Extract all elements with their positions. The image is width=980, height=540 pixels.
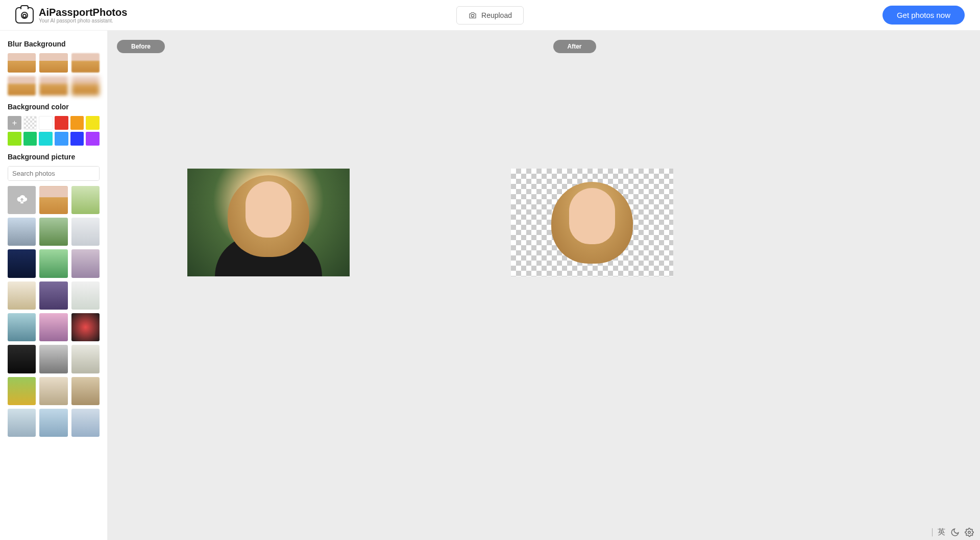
get-photos-button[interactable]: Get photos now bbox=[883, 6, 965, 25]
picture-option[interactable] bbox=[71, 281, 100, 310]
color-swatch-red[interactable] bbox=[55, 116, 68, 130]
logo-area[interactable]: AiPassportPhotos Your AI passport photo … bbox=[15, 7, 127, 24]
color-swatch-blue[interactable] bbox=[70, 132, 84, 146]
reupload-label: Reupload bbox=[481, 11, 512, 19]
color-grid: + bbox=[8, 116, 100, 145]
picture-option[interactable] bbox=[39, 313, 67, 341]
logo-text: AiPassportPhotos Your AI passport photo … bbox=[39, 7, 127, 24]
picture-option[interactable] bbox=[71, 377, 100, 405]
picture-option[interactable] bbox=[8, 313, 36, 341]
color-swatch-purple[interactable] bbox=[86, 132, 100, 146]
color-swatch-lime[interactable] bbox=[8, 132, 21, 146]
app-header: AiPassportPhotos Your AI passport photo … bbox=[0, 0, 980, 31]
picture-option[interactable] bbox=[39, 281, 67, 310]
blur-section-title: Blur Background bbox=[8, 40, 100, 48]
blur-option-6[interactable] bbox=[71, 76, 100, 96]
picture-option[interactable] bbox=[39, 249, 67, 277]
picture-option[interactable] bbox=[8, 409, 36, 437]
blur-option-5[interactable] bbox=[39, 76, 67, 96]
color-swatch-sky[interactable] bbox=[55, 132, 68, 146]
picture-option[interactable] bbox=[8, 249, 36, 277]
picture-option[interactable] bbox=[8, 281, 36, 310]
picture-option[interactable] bbox=[71, 313, 100, 341]
picture-option[interactable] bbox=[8, 218, 36, 246]
color-swatch-white[interactable] bbox=[39, 116, 53, 130]
svg-point-1 bbox=[968, 531, 971, 533]
color-section-title: Background color bbox=[8, 103, 100, 111]
status-tray: 英 bbox=[932, 527, 974, 537]
gear-icon[interactable] bbox=[965, 528, 974, 537]
picture-grid bbox=[8, 186, 100, 437]
camera-icon bbox=[468, 11, 477, 20]
before-label: Before bbox=[117, 40, 165, 53]
after-label: After bbox=[553, 40, 596, 53]
blur-grid bbox=[8, 53, 100, 96]
picture-option[interactable] bbox=[39, 218, 67, 246]
picture-option[interactable] bbox=[71, 218, 100, 246]
picture-option[interactable] bbox=[71, 345, 100, 373]
picture-option[interactable] bbox=[8, 345, 36, 373]
picture-option[interactable] bbox=[71, 409, 100, 437]
color-swatch-yellow[interactable] bbox=[86, 116, 100, 130]
picture-section-title: Background picture bbox=[8, 153, 100, 161]
blur-option-3[interactable] bbox=[71, 53, 100, 73]
logo-title: AiPassportPhotos bbox=[39, 7, 127, 18]
color-swatch-transparent[interactable] bbox=[23, 116, 37, 130]
reupload-button[interactable]: Reupload bbox=[456, 6, 524, 25]
blur-option-4[interactable] bbox=[8, 76, 36, 96]
after-photo bbox=[511, 169, 673, 276]
color-swatch-add[interactable]: + bbox=[8, 116, 21, 130]
picture-option[interactable] bbox=[71, 186, 100, 214]
blur-option-2[interactable] bbox=[39, 53, 67, 73]
search-input[interactable] bbox=[8, 167, 100, 180]
color-swatch-green[interactable] bbox=[23, 132, 37, 146]
before-photo bbox=[187, 169, 350, 276]
picture-option[interactable] bbox=[39, 186, 67, 214]
cloud-upload-icon bbox=[16, 194, 28, 205]
picture-upload-button[interactable] bbox=[8, 186, 36, 214]
color-swatch-cyan[interactable] bbox=[39, 132, 53, 146]
sidebar: Blur Background Background color + Backg… bbox=[0, 31, 108, 540]
moon-icon[interactable] bbox=[950, 528, 960, 537]
picture-option[interactable] bbox=[39, 409, 67, 437]
canvas-area: Before After 英 bbox=[108, 31, 980, 540]
color-swatch-orange[interactable] bbox=[70, 116, 84, 130]
ime-indicator[interactable]: 英 bbox=[938, 527, 945, 537]
camera-logo-icon bbox=[15, 7, 34, 24]
picture-option[interactable] bbox=[71, 249, 100, 277]
tray-divider bbox=[932, 528, 933, 536]
search-wrap bbox=[8, 166, 100, 181]
picture-option[interactable] bbox=[8, 377, 36, 405]
picture-option[interactable] bbox=[39, 345, 67, 373]
logo-subtitle: Your AI passport photo assistant. bbox=[39, 18, 127, 24]
blur-option-1[interactable] bbox=[8, 53, 36, 73]
svg-point-0 bbox=[471, 14, 474, 17]
picture-option[interactable] bbox=[39, 377, 67, 405]
